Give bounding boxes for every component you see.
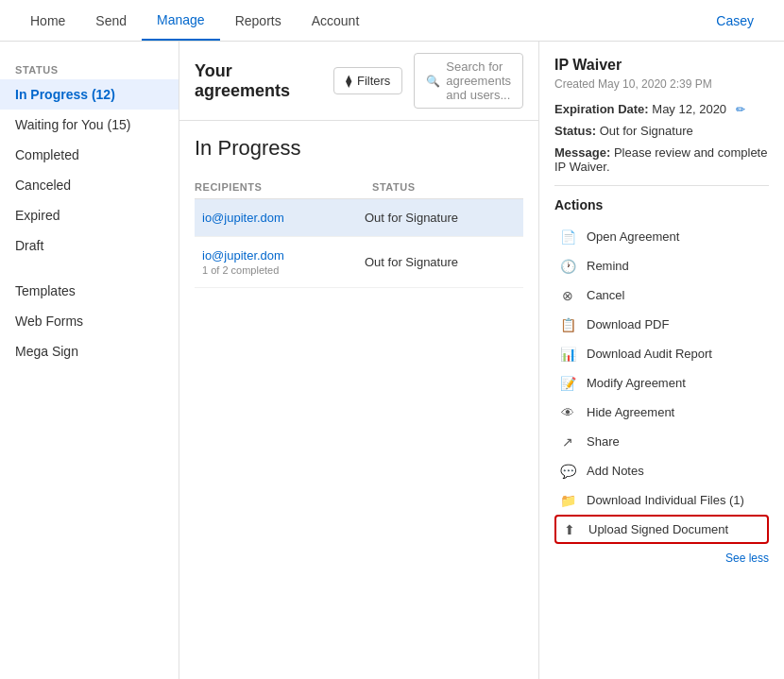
doc-icon: [558, 229, 577, 245]
row-status: Out for Signature: [365, 255, 516, 269]
files-icon: [558, 492, 577, 508]
actions-title: Actions: [554, 197, 769, 212]
action-label: Download Individual Files (1): [587, 493, 744, 507]
action-remind[interactable]: Remind: [554, 251, 769, 280]
action-share[interactable]: Share: [554, 427, 769, 456]
action-download-files[interactable]: Download Individual Files (1): [554, 485, 769, 515]
main-layout: STATUS In Progress (12) Waiting for You …: [0, 42, 784, 679]
pdf-icon: [558, 316, 577, 332]
sidebar-item-completed[interactable]: Completed: [0, 140, 179, 170]
action-label: Hide Agreement: [587, 405, 674, 419]
share-icon: [558, 433, 577, 450]
expiration-value: May 12, 2020: [652, 102, 726, 116]
agreements-section-title: In Progress: [195, 136, 523, 161]
recipient-sub: 1 of 2 completed: [202, 264, 365, 276]
nav-reports[interactable]: Reports: [220, 2, 297, 40]
divider: [554, 185, 769, 186]
action-open-agreement[interactable]: Open Agreement: [554, 222, 769, 251]
action-label: Modify Agreement: [587, 376, 686, 390]
remind-icon: [558, 258, 577, 274]
detail-message: Message: Please review and complete IP W…: [554, 145, 769, 174]
cancel-icon: [558, 287, 577, 303]
status-label: Status:: [554, 124, 596, 138]
nav-manage[interactable]: Manage: [142, 1, 220, 41]
nav-home[interactable]: Home: [15, 2, 80, 40]
audit-icon: [558, 346, 577, 362]
action-label: Remind: [587, 259, 629, 273]
recipient-info: io@jupiter.dom 1 of 2 completed: [202, 248, 365, 276]
sidebar: STATUS In Progress (12) Waiting for You …: [0, 42, 179, 679]
recipient-email: io@jupiter.dom: [202, 211, 365, 225]
nav-send[interactable]: Send: [80, 2, 142, 40]
action-download-pdf[interactable]: Download PDF: [554, 310, 769, 339]
center-panel: Your agreements Filters Search for agree…: [179, 42, 538, 679]
agreements-list: In Progress RECIPIENTS STATUS io@jupiter…: [179, 121, 538, 679]
action-label: Upload Signed Document: [588, 522, 728, 536]
see-less-link[interactable]: See less: [554, 552, 769, 565]
action-label: Share: [587, 434, 620, 449]
col-header-status: STATUS: [372, 181, 523, 193]
message-label: Message:: [554, 145, 610, 160]
action-label: Open Agreement: [587, 229, 679, 244]
sidebar-item-webforms[interactable]: Web Forms: [0, 306, 179, 336]
modify-icon: [558, 375, 577, 391]
table-row[interactable]: io@jupiter.dom Out for Signature: [195, 199, 523, 237]
filter-button[interactable]: Filters: [333, 67, 402, 94]
action-hide[interactable]: Hide Agreement: [554, 398, 769, 427]
search-placeholder: Search for agreements and users...: [446, 59, 511, 102]
recipient-info: io@jupiter.dom: [202, 211, 365, 225]
expiration-label: Expiration Date:: [554, 102, 649, 116]
page-title: Your agreements: [195, 61, 322, 101]
detail-status: Status: Out for Signature: [554, 124, 769, 138]
action-add-notes[interactable]: Add Notes: [554, 456, 769, 485]
edit-icon[interactable]: ✏: [736, 103, 745, 116]
sidebar-divider: [0, 261, 179, 276]
filter-label: Filters: [357, 74, 390, 88]
action-upload-signed[interactable]: Upload Signed Document: [554, 515, 769, 544]
status-text: Out for Signature: [600, 124, 693, 138]
search-icon: [426, 74, 440, 88]
content-area: Your agreements Filters Search for agree…: [179, 42, 784, 679]
action-download-audit[interactable]: Download Audit Report: [554, 339, 769, 368]
hide-icon: [558, 404, 577, 420]
action-label: Add Notes: [587, 464, 644, 478]
col-header-recipients: RECIPIENTS: [195, 181, 372, 193]
funnel-icon: [346, 74, 351, 88]
action-cancel[interactable]: Cancel: [554, 280, 769, 310]
action-label: Cancel: [587, 288, 624, 302]
upload-icon: [560, 521, 579, 537]
action-label: Download Audit Report: [587, 347, 712, 361]
sidebar-item-waiting[interactable]: Waiting for You (15): [0, 110, 179, 140]
detail-created: Created May 10, 2020 2:39 PM: [554, 77, 769, 91]
sidebar-item-expired[interactable]: Expired: [0, 200, 179, 230]
detail-title: IP Waiver: [554, 57, 769, 74]
table-row[interactable]: io@jupiter.dom 1 of 2 completed Out for …: [195, 237, 523, 288]
status-section-label: STATUS: [0, 57, 179, 79]
sidebar-item-in-progress[interactable]: In Progress (12): [0, 79, 179, 110]
right-panel: IP Waiver Created May 10, 2020 2:39 PM E…: [538, 42, 784, 679]
top-navigation: Home Send Manage Reports Account Casey: [0, 0, 784, 42]
sidebar-item-draft[interactable]: Draft: [0, 230, 179, 261]
detail-expiration: Expiration Date: May 12, 2020 ✏: [554, 102, 769, 116]
sidebar-item-megasign[interactable]: Mega Sign: [0, 336, 179, 366]
table-header: RECIPIENTS STATUS: [195, 176, 523, 199]
action-modify[interactable]: Modify Agreement: [554, 368, 769, 398]
sidebar-item-templates[interactable]: Templates: [0, 276, 179, 306]
notes-icon: [558, 463, 577, 479]
user-menu[interactable]: Casey: [701, 2, 769, 40]
nav-account[interactable]: Account: [297, 2, 375, 40]
action-label: Download PDF: [587, 317, 669, 331]
recipient-email: io@jupiter.dom: [202, 248, 365, 263]
search-box[interactable]: Search for agreements and users...: [414, 53, 523, 109]
center-header: Your agreements Filters Search for agree…: [179, 42, 538, 121]
row-status: Out for Signature: [365, 211, 516, 225]
sidebar-item-canceled[interactable]: Canceled: [0, 170, 179, 200]
